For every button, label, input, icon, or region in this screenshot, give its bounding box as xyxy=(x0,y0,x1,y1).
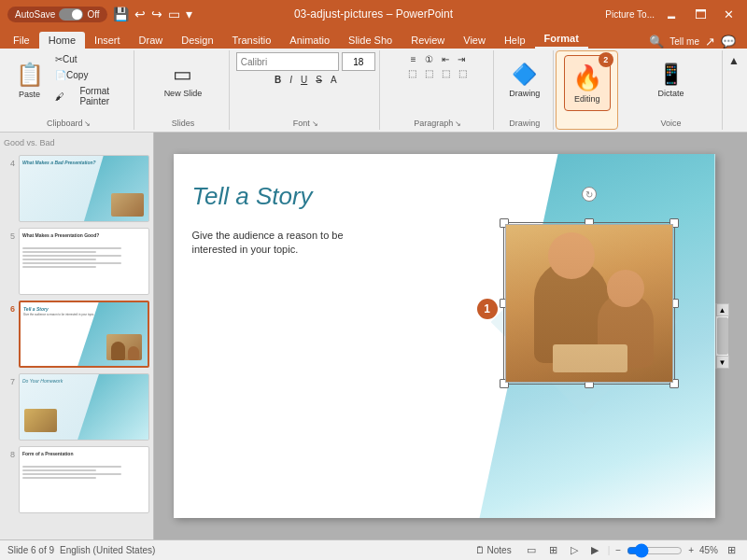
slide-body[interactable]: Give the audience a reason to be interes… xyxy=(192,229,379,258)
align-center-button[interactable]: ⬚ xyxy=(421,66,437,80)
cut-label: Cut xyxy=(63,54,78,64)
slide-thumb-6[interactable]: 6 Tell a Story Give the audience a reaso… xyxy=(4,301,149,368)
slide-num-5: 5 xyxy=(4,231,15,241)
slide-thumb-7[interactable]: 7 Do Your Homework xyxy=(4,373,149,441)
picture-frame[interactable] xyxy=(505,224,673,383)
slides-row: ▭ New Slide xyxy=(160,52,206,108)
clipboard-label: Clipboard ↘ xyxy=(47,117,92,128)
copy-button[interactable]: 📄 Copy xyxy=(51,68,128,82)
slideshow-button[interactable]: ▶ xyxy=(587,543,602,557)
tab-slideshow[interactable]: Slide Sho xyxy=(339,32,402,49)
bullets-button[interactable]: ≡ xyxy=(407,52,420,66)
align-left-button[interactable]: ⬚ xyxy=(404,66,420,80)
slide-sorter-button[interactable]: ⊞ xyxy=(545,543,561,557)
font-row-2: B I U S A xyxy=(271,73,341,87)
normal-view-button[interactable]: ▭ xyxy=(523,543,540,557)
zoom-slider[interactable] xyxy=(627,545,683,556)
font-size-input[interactable] xyxy=(342,52,375,71)
status-right: 🗒 Notes ▭ ⊞ ▷ ▶ | − + 45% ⊞ xyxy=(470,543,740,557)
strikethrough-button[interactable]: S xyxy=(312,73,326,87)
restore-button[interactable]: 🗖 xyxy=(689,6,712,23)
comments-icon[interactable]: 💬 xyxy=(721,35,736,49)
tab-animation[interactable]: Animatio xyxy=(280,32,339,49)
paragraph-expand-icon[interactable]: ↘ xyxy=(455,119,461,128)
slide-img-5[interactable]: What Makes a Presentation Good? xyxy=(19,228,149,295)
slide-img-4[interactable]: What Makes a Bad Presentation? xyxy=(19,155,149,222)
slide-thumb-4[interactable]: 4 What Makes a Bad Presentation? xyxy=(4,155,149,222)
drawing-group-label: Drawing xyxy=(509,117,540,128)
clipboard-expand-icon[interactable]: ↘ xyxy=(84,119,91,128)
italic-button[interactable]: I xyxy=(286,73,296,87)
scroll-up-button[interactable]: ▲ xyxy=(716,303,729,316)
editing-button[interactable]: 🔥 Editing 2 xyxy=(564,55,611,111)
rotate-handle[interactable]: ↻ xyxy=(582,187,597,202)
scroll-thumb[interactable] xyxy=(717,317,728,355)
format-painter-button[interactable]: 🖌 Format Painter xyxy=(51,84,128,108)
slide-thumb-8[interactable]: 8 Form of a Presentation xyxy=(4,446,149,513)
present-icon[interactable]: ▭ xyxy=(168,7,180,21)
tab-insert[interactable]: Insert xyxy=(85,32,130,49)
justify-button[interactable]: ⬚ xyxy=(455,66,471,80)
tell-me-label[interactable]: Tell me xyxy=(669,36,699,47)
autosave-control[interactable]: AutoSave Off xyxy=(7,7,107,22)
indent-decrease-button[interactable]: ⇤ xyxy=(438,52,453,66)
slide-title[interactable]: Tell a Story xyxy=(192,182,313,211)
autosave-toggle[interactable] xyxy=(59,8,83,21)
drawing-button[interactable]: 🔷 Drawing xyxy=(501,52,548,108)
undo-icon[interactable]: ↩ xyxy=(134,7,146,21)
scrollbar-vertical[interactable]: ▲ ▼ xyxy=(715,303,728,369)
slide-panel: Good vs. Bad 4 What Makes a Bad Presenta… xyxy=(0,133,154,539)
indent-increase-button[interactable]: ⇥ xyxy=(454,52,469,66)
dictate-label: Dictate xyxy=(658,89,684,98)
zoom-plus-icon[interactable]: + xyxy=(688,545,694,555)
ribbon-tabs: File Home Insert Draw Design Transitio A… xyxy=(0,28,747,49)
tab-format[interactable]: Format xyxy=(535,30,588,49)
slide-img-6[interactable]: Tell a Story Give the audience a reason … xyxy=(19,301,149,368)
customize-icon[interactable]: ▾ xyxy=(186,7,192,21)
redo-icon[interactable]: ↪ xyxy=(151,7,162,21)
ribbon-collapse-button[interactable]: ▲ xyxy=(725,52,743,69)
separator: | xyxy=(608,545,611,555)
clipboard-group: 📋 Paste ✂ Cut 📄 Copy 🖌 Format Painter xyxy=(4,50,134,130)
voice-row: 📱 Dictate xyxy=(648,52,695,108)
autosave-label: AutoSave xyxy=(15,9,55,20)
fit-button[interactable]: ⊞ xyxy=(724,543,740,557)
search-ribbon-icon[interactable]: 🔍 xyxy=(649,35,664,49)
status-left: Slide 6 of 9 English (United States) xyxy=(7,545,462,555)
cut-button[interactable]: ✂ Cut xyxy=(51,52,128,66)
paragraph-label: Paragraph ↘ xyxy=(414,117,461,128)
picture-container[interactable]: ↻ xyxy=(486,210,692,397)
tab-transition[interactable]: Transitio xyxy=(223,32,281,49)
dictate-button[interactable]: 📱 Dictate xyxy=(648,52,695,108)
font-name-input[interactable] xyxy=(236,52,339,71)
bold-button[interactable]: B xyxy=(271,73,285,87)
scroll-down-button[interactable]: ▼ xyxy=(716,356,729,369)
slide-img-8[interactable]: Form of a Presentation xyxy=(19,446,149,513)
reading-view-button[interactable]: ▷ xyxy=(567,543,582,557)
share-icon[interactable]: ↗ xyxy=(705,35,715,49)
tab-file[interactable]: File xyxy=(4,32,39,49)
tab-design[interactable]: Design xyxy=(172,32,222,49)
slide-num-6: 6 xyxy=(4,304,15,314)
new-slide-button[interactable]: ▭ New Slide xyxy=(160,52,206,108)
slide-img-7[interactable]: Do Your Homework xyxy=(19,373,149,441)
zoom-minus-icon[interactable]: − xyxy=(615,545,621,555)
align-right-button[interactable]: ⬚ xyxy=(438,66,454,80)
tab-view[interactable]: View xyxy=(454,32,495,49)
numbering-button[interactable]: ① xyxy=(421,52,437,66)
tab-home[interactable]: Home xyxy=(39,32,85,49)
notes-button[interactable]: 🗒 Notes xyxy=(470,544,517,556)
close-button[interactable]: ✕ xyxy=(718,6,740,23)
underline-button[interactable]: U xyxy=(297,73,311,87)
font-color-button[interactable]: A xyxy=(327,73,341,87)
save-icon[interactable]: 💾 xyxy=(113,7,129,21)
tab-review[interactable]: Review xyxy=(402,32,454,49)
scroll-track[interactable] xyxy=(716,316,728,356)
font-expand-icon[interactable]: ↘ xyxy=(312,119,318,128)
tab-help[interactable]: Help xyxy=(495,32,535,49)
warm-overlay xyxy=(506,225,672,382)
paste-button[interactable]: 📋 Paste xyxy=(9,53,49,107)
slide-thumb-5[interactable]: 5 What Makes a Presentation Good? xyxy=(4,228,149,295)
tab-draw[interactable]: Draw xyxy=(130,32,173,49)
minimize-button[interactable]: 🗕 xyxy=(660,6,684,23)
